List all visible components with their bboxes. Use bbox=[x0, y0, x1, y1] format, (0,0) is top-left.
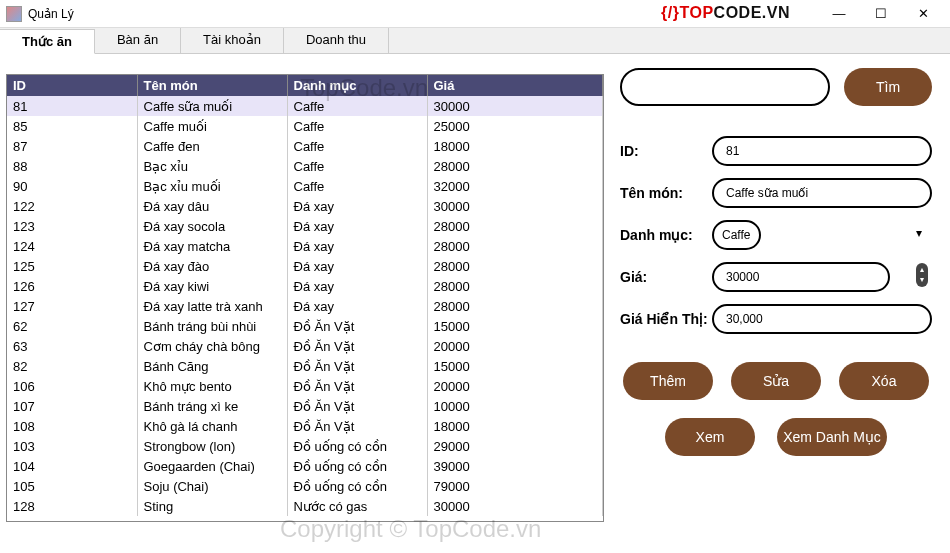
col-header-id[interactable]: ID bbox=[7, 75, 137, 96]
category-label: Danh mục: bbox=[620, 227, 712, 243]
cell-price: 30000 bbox=[427, 496, 603, 516]
cell-id: 82 bbox=[7, 356, 137, 376]
cell-cat: Đồ Ăn Vặt bbox=[287, 396, 427, 416]
tab-tài-khoản[interactable]: Tài khoản bbox=[181, 28, 284, 53]
cell-cat: Caffe bbox=[287, 156, 427, 176]
cell-cat: Đá xay bbox=[287, 276, 427, 296]
cell-id: 85 bbox=[7, 116, 137, 136]
display-price-field[interactable] bbox=[712, 304, 932, 334]
table-row[interactable]: 103Strongbow (lon)Đồ uống có cồn29000 bbox=[7, 436, 603, 456]
cell-cat: Caffe bbox=[287, 116, 427, 136]
cell-price: 20000 bbox=[427, 336, 603, 356]
cell-price: 29000 bbox=[427, 436, 603, 456]
table-row[interactable]: 106Khô mực bentoĐồ Ăn Vặt20000 bbox=[7, 376, 603, 396]
close-button[interactable]: ✕ bbox=[902, 1, 944, 27]
cell-name: Bánh Căng bbox=[137, 356, 287, 376]
app-icon bbox=[6, 6, 22, 22]
add-button[interactable]: Thêm bbox=[623, 362, 713, 400]
minimize-button[interactable]: — bbox=[818, 1, 860, 27]
cell-price: 15000 bbox=[427, 316, 603, 336]
cell-id: 108 bbox=[7, 416, 137, 436]
table-row[interactable]: 123Đá xay socolaĐá xay28000 bbox=[7, 216, 603, 236]
table-row[interactable]: 105Soju (Chai)Đồ uống có cồn79000 bbox=[7, 476, 603, 496]
maximize-button[interactable]: ☐ bbox=[860, 1, 902, 27]
cell-price: 28000 bbox=[427, 156, 603, 176]
table-row[interactable]: 126Đá xay kiwiĐá xay28000 bbox=[7, 276, 603, 296]
cell-name: Bạc xỉu bbox=[137, 156, 287, 176]
tabstrip: Thức ănBàn ănTài khoảnDoanh thu bbox=[0, 28, 950, 54]
titlebar: Quản Lý — ☐ ✕ bbox=[0, 0, 950, 28]
cell-id: 90 bbox=[7, 176, 137, 196]
table-row[interactable]: 88Bạc xỉuCaffe28000 bbox=[7, 156, 603, 176]
cell-cat: Đồ Ăn Vặt bbox=[287, 336, 427, 356]
table-row[interactable]: 108Khô gà lá chanhĐồ Ăn Vặt18000 bbox=[7, 416, 603, 436]
food-grid[interactable]: ID Tên món Danh mục Giá 81Caffe sữa muối… bbox=[6, 74, 604, 522]
col-header-name[interactable]: Tên món bbox=[137, 75, 287, 96]
delete-button[interactable]: Xóa bbox=[839, 362, 929, 400]
cell-id: 81 bbox=[7, 96, 137, 116]
cell-cat: Đá xay bbox=[287, 216, 427, 236]
search-button[interactable]: Tìm bbox=[844, 68, 932, 106]
cell-cat: Caffe bbox=[287, 176, 427, 196]
cell-cat: Đồ uống có cồn bbox=[287, 476, 427, 496]
cell-name: Đá xay đào bbox=[137, 256, 287, 276]
name-field[interactable] bbox=[712, 178, 932, 208]
cell-name: Bánh tráng bùi nhùi bbox=[137, 316, 287, 336]
cell-name: Bạc xỉu muối bbox=[137, 176, 287, 196]
cell-id: 122 bbox=[7, 196, 137, 216]
cell-cat: Đồ Ăn Vặt bbox=[287, 416, 427, 436]
cell-price: 28000 bbox=[427, 236, 603, 256]
table-row[interactable]: 81Caffe sữa muốiCaffe30000 bbox=[7, 96, 603, 116]
id-field[interactable] bbox=[712, 136, 932, 166]
category-select[interactable]: Caffe bbox=[712, 220, 761, 250]
cell-price: 18000 bbox=[427, 136, 603, 156]
cell-id: 124 bbox=[7, 236, 137, 256]
col-header-price[interactable]: Giá bbox=[427, 75, 603, 96]
cell-cat: Đồ Ăn Vặt bbox=[287, 356, 427, 376]
edit-button[interactable]: Sửa bbox=[731, 362, 821, 400]
cell-id: 63 bbox=[7, 336, 137, 356]
table-row[interactable]: 107Bánh tráng xì keĐồ Ăn Vặt10000 bbox=[7, 396, 603, 416]
price-spinner[interactable] bbox=[712, 262, 890, 292]
cell-id: 106 bbox=[7, 376, 137, 396]
cell-cat: Đá xay bbox=[287, 196, 427, 216]
cell-id: 123 bbox=[7, 216, 137, 236]
cell-name: Đá xay latte trà xanh bbox=[137, 296, 287, 316]
cell-price: 28000 bbox=[427, 216, 603, 236]
cell-name: Caffe sữa muối bbox=[137, 96, 287, 116]
table-row[interactable]: 122Đá xay dâuĐá xay30000 bbox=[7, 196, 603, 216]
cell-cat: Đá xay bbox=[287, 236, 427, 256]
cell-cat: Đá xay bbox=[287, 296, 427, 316]
tab-thức-ăn[interactable]: Thức ăn bbox=[0, 29, 95, 54]
view-button[interactable]: Xem bbox=[665, 418, 755, 456]
table-row[interactable]: 82Bánh CăngĐồ Ăn Vặt15000 bbox=[7, 356, 603, 376]
cell-id: 107 bbox=[7, 396, 137, 416]
cell-price: 28000 bbox=[427, 296, 603, 316]
cell-id: 88 bbox=[7, 156, 137, 176]
table-row[interactable]: 62Bánh tráng bùi nhùiĐồ Ăn Vặt15000 bbox=[7, 316, 603, 336]
table-row[interactable]: 128StingNước có gas30000 bbox=[7, 496, 603, 516]
table-row[interactable]: 104Goegaarden (Chai)Đồ uống có cồn39000 bbox=[7, 456, 603, 476]
table-row[interactable]: 124Đá xay matchaĐá xay28000 bbox=[7, 236, 603, 256]
cell-cat: Caffe bbox=[287, 136, 427, 156]
table-row[interactable]: 90Bạc xỉu muốiCaffe32000 bbox=[7, 176, 603, 196]
cell-cat: Đồ uống có cồn bbox=[287, 436, 427, 456]
tab-bàn-ăn[interactable]: Bàn ăn bbox=[95, 28, 181, 53]
table-row[interactable]: 127Đá xay latte trà xanhĐá xay28000 bbox=[7, 296, 603, 316]
col-header-category[interactable]: Danh mục bbox=[287, 75, 427, 96]
cell-id: 87 bbox=[7, 136, 137, 156]
tab-doanh-thu[interactable]: Doanh thu bbox=[284, 28, 389, 53]
cell-name: Khô gà lá chanh bbox=[137, 416, 287, 436]
table-row[interactable]: 85Caffe muốiCaffe25000 bbox=[7, 116, 603, 136]
search-input[interactable] bbox=[620, 68, 830, 106]
table-row[interactable]: 87Caffe đenCaffe18000 bbox=[7, 136, 603, 156]
cell-price: 10000 bbox=[427, 396, 603, 416]
name-label: Tên món: bbox=[620, 185, 712, 201]
view-category-button[interactable]: Xem Danh Mục bbox=[777, 418, 887, 456]
cell-name: Đá xay socola bbox=[137, 216, 287, 236]
cell-price: 28000 bbox=[427, 256, 603, 276]
display-price-label: Giá Hiển Thị: bbox=[620, 311, 712, 327]
table-row[interactable]: 63Cơm cháy chà bôngĐồ Ăn Vặt20000 bbox=[7, 336, 603, 356]
table-row[interactable]: 125Đá xay đàoĐá xay28000 bbox=[7, 256, 603, 276]
cell-price: 39000 bbox=[427, 456, 603, 476]
